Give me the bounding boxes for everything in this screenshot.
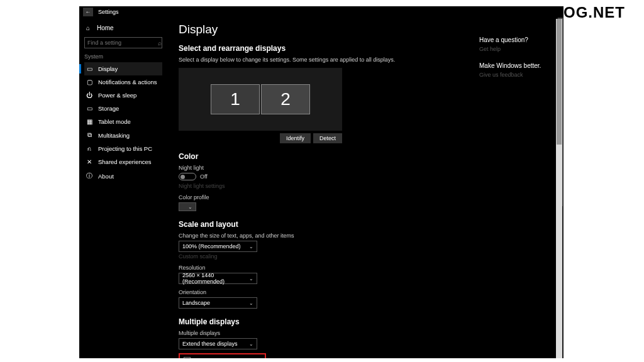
chevron-down-icon: ⌄ xyxy=(249,300,253,306)
scale-heading: Scale and layout xyxy=(179,220,464,229)
page-scrollbar-thumb[interactable] xyxy=(557,19,562,145)
scale-label: Change the size of text, apps, and other… xyxy=(179,233,464,239)
chevron-down-icon: ⌄ xyxy=(249,276,253,282)
night-light-toggle[interactable] xyxy=(179,173,196,180)
orientation-label: Orientation xyxy=(179,289,464,295)
search-icon: ⌕ xyxy=(158,40,162,47)
main-panel: Display Select and rearrange displays Se… xyxy=(167,18,475,358)
color-section: Color Night light Off Night light settin… xyxy=(179,152,464,211)
settings-window: ← Settings ⌂ Home ⌕ System ▭Display▢Noti… xyxy=(79,6,564,358)
nav-label: Projecting to this PC xyxy=(98,145,152,152)
feedback-link[interactable]: Give us feedback xyxy=(479,72,560,78)
sidebar-item-notifications-actions[interactable]: ▢Notifications & actions xyxy=(84,75,162,89)
main-display-label: Make this my main display xyxy=(194,358,261,359)
nav-label: About xyxy=(98,173,114,180)
sidebar-item-about[interactable]: ⓘAbout xyxy=(84,168,162,184)
nav-label: Tablet mode xyxy=(98,118,131,125)
back-button[interactable]: ← xyxy=(83,8,93,16)
night-light-toggle-row: Off xyxy=(179,173,464,180)
nav-icon: ⧉ xyxy=(86,131,93,139)
rearrange-desc: Select a display below to change its set… xyxy=(179,57,464,63)
resolution-value: 2560 × 1440 (Recommended) xyxy=(182,272,249,285)
chevron-down-icon: ⌄ xyxy=(249,341,253,347)
color-heading: Color xyxy=(179,152,464,161)
highlight-annotation: ✓ Make this my main display xyxy=(179,353,266,358)
display-buttons: Identify Detect xyxy=(179,133,342,143)
scale-section: Scale and layout Change the size of text… xyxy=(179,220,464,309)
search-box[interactable]: ⌕ xyxy=(84,37,162,48)
nav-icon: ⓘ xyxy=(86,172,93,180)
feedback-heading: Make Windows better. xyxy=(479,62,560,69)
nav-icon: ▦ xyxy=(86,118,93,125)
sidebar-item-storage[interactable]: ▭Storage xyxy=(84,102,162,115)
resolution-dropdown[interactable]: 2560 × 1440 (Recommended)⌄ xyxy=(179,273,257,284)
sidebar-item-multitasking[interactable]: ⧉Multitasking xyxy=(84,128,162,142)
sidebar: ⌂ Home ⌕ System ▭Display▢Notifications &… xyxy=(79,18,167,358)
multi-label: Multiple displays xyxy=(179,330,464,336)
color-profile-label: Color profile xyxy=(179,194,464,200)
custom-scaling-link: Custom scaling xyxy=(179,253,464,260)
display-arrangement[interactable]: 1 2 xyxy=(179,68,342,131)
right-column: Have a question? Get help Make Windows b… xyxy=(475,18,564,358)
rearrange-heading: Select and rearrange displays xyxy=(179,44,464,53)
monitor-1[interactable]: 1 xyxy=(211,84,260,114)
resolution-label: Resolution xyxy=(179,265,464,271)
page-title: Display xyxy=(179,23,464,36)
toggle-state: Off xyxy=(200,173,208,180)
question-heading: Have a question? xyxy=(479,36,560,43)
nav-icon: ⎌ xyxy=(86,145,93,152)
app-title: Settings xyxy=(98,9,119,15)
nav-label: Power & sleep xyxy=(98,92,136,99)
night-light-settings-link: Night light settings xyxy=(179,183,464,189)
nav-icon: ⏻ xyxy=(86,92,93,99)
identify-button[interactable]: Identify xyxy=(280,133,311,143)
multi-heading: Multiple displays xyxy=(179,317,464,326)
main-display-checkbox[interactable]: ✓ xyxy=(184,357,191,358)
home-label: Home xyxy=(97,25,114,31)
night-light-label: Night light xyxy=(179,165,464,171)
home-icon: ⌂ xyxy=(84,25,92,31)
monitor-2[interactable]: 2 xyxy=(261,84,310,114)
sidebar-item-projecting-to-this-pc[interactable]: ⎌Projecting to this PC xyxy=(84,142,162,155)
watermark: TRENDBLOG.NET xyxy=(487,4,625,21)
search-input[interactable] xyxy=(87,40,158,46)
page-scrollbar[interactable] xyxy=(556,19,562,358)
nav-label: Shared experiences xyxy=(98,158,152,165)
scale-dropdown[interactable]: 100% (Recommended)⌄ xyxy=(179,241,257,252)
multiple-displays-section: Multiple displays Multiple displays Exte… xyxy=(179,317,464,358)
nav-label: Multitasking xyxy=(98,132,130,139)
chevron-down-icon: ⌄ xyxy=(249,244,253,250)
sidebar-item-tablet-mode[interactable]: ▦Tablet mode xyxy=(84,115,162,128)
sidebar-item-display[interactable]: ▭Display xyxy=(84,62,162,75)
sidebar-item-shared-experiences[interactable]: ✕Shared experiences xyxy=(84,155,162,168)
sidebar-home[interactable]: ⌂ Home xyxy=(84,21,162,35)
detect-button[interactable]: Detect xyxy=(313,133,342,143)
nav-label: Storage xyxy=(98,105,119,112)
color-profile-dropdown[interactable]: ⌄ xyxy=(179,202,196,211)
get-help-link[interactable]: Get help xyxy=(479,46,560,52)
scale-value: 100% (Recommended) xyxy=(182,243,241,250)
nav-icon: ▢ xyxy=(86,79,93,85)
multi-value: Extend these displays xyxy=(182,341,238,347)
nav-icon: ✕ xyxy=(86,158,93,165)
content-area: ⌂ Home ⌕ System ▭Display▢Notifications &… xyxy=(79,18,564,358)
chevron-down-icon: ⌄ xyxy=(188,204,192,210)
section-system: System xyxy=(84,53,162,60)
multi-dropdown[interactable]: Extend these displays⌄ xyxy=(179,338,257,349)
nav-label: Notifications & actions xyxy=(98,79,157,85)
nav-icon: ▭ xyxy=(86,105,93,112)
orientation-dropdown[interactable]: Landscape⌄ xyxy=(179,297,257,309)
orientation-value: Landscape xyxy=(182,300,210,306)
nav-icon: ▭ xyxy=(86,65,93,72)
nav-label: Display xyxy=(98,65,118,72)
sidebar-item-power-sleep[interactable]: ⏻Power & sleep xyxy=(84,89,162,102)
